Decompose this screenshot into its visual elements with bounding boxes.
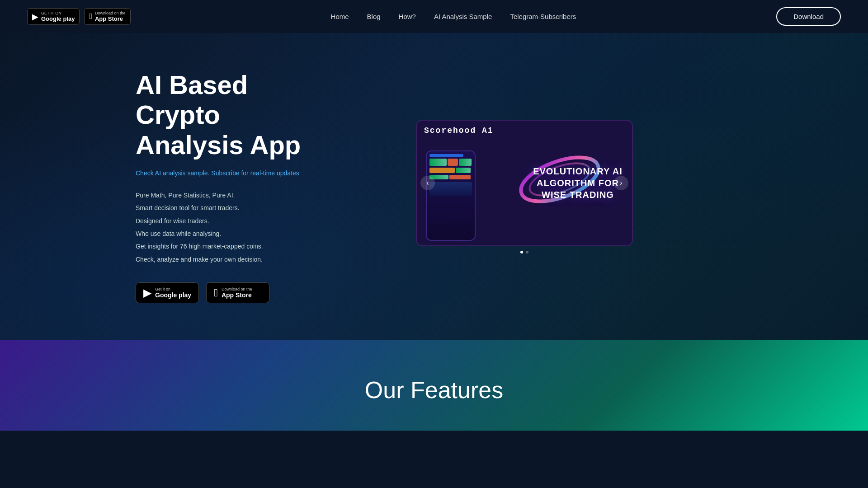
features-title: Our Features [27,376,841,404]
google-play-icon: ▶ [143,286,151,299]
features-section: Our Features [0,340,868,431]
nav-google-play-main: Google play [41,15,75,22]
phone-screen [427,151,475,240]
carousel-dot-1[interactable] [520,251,523,253]
hero-carousel: Scorehood Ai [416,120,633,253]
apple-icon:  [214,286,218,299]
nav-logo: ▶ GET IT ON Google play  Download on th… [27,8,131,25]
phone-mockup [426,150,476,241]
nav-home[interactable]: Home [331,13,349,20]
hero-title-line2: Crypto [136,100,220,129]
nav-ai-analysis[interactable]: AI Analysis Sample [434,13,492,20]
nav-app-store-badge[interactable]:  Download on the App Store [84,8,130,25]
nav-telegram[interactable]: Telegram-Subscribers [510,13,576,20]
hero-cta-link[interactable]: Check AI analysis sample. Subscribe for … [136,169,362,177]
feature-item: Smart decision tool for smart traders. [136,203,362,213]
hero-content: AI Based Crypto Analysis App Check AI an… [136,70,362,303]
google-play-icon: ▶ [32,12,38,22]
nav-app-store-top: Download on the [95,11,126,15]
feature-item: Get insights for 76 high market-capped c… [136,241,362,251]
carousel-next-button[interactable]: › [614,176,628,190]
hero-features-list: Pure Math, Pure Statistics, Pure AI. Sma… [136,190,362,264]
nav-links: Home Blog How? AI Analysis Sample Telegr… [331,13,576,21]
hero-appstore-main: App Store [222,291,252,299]
hero-google-main: Google play [155,291,191,299]
hero-download-badges: ▶ Get it on Google play  Download on th… [136,282,362,303]
feature-item: Check, analyze and make your own decisio… [136,254,362,264]
nav-google-play-badge[interactable]: ▶ GET IT ON Google play [27,8,80,25]
nav-how[interactable]: How? [399,13,416,20]
carousel-card: Scorehood Ai [416,120,633,246]
carousel-dot-2[interactable] [526,251,528,253]
nav-blog[interactable]: Blog [367,13,381,20]
feature-item: Pure Math, Pure Statistics, Pure AI. [136,190,362,200]
apple-icon:  [89,12,92,21]
download-button[interactable]: Download [776,7,841,26]
carousel-brand: Scorehood Ai [424,126,494,135]
hero-appstore-top: Download on the [222,287,252,291]
hero-title-line3: Analysis App [136,130,301,160]
carousel-slide-text: EVOLUTIONARY AI ALGORITHM FOR WISE TRADI… [533,165,623,201]
hero-google-top: Get it on [155,287,191,291]
nav-app-store-main: App Store [95,15,126,22]
navbar: ▶ GET IT ON Google play  Download on th… [0,0,868,33]
hero-google-play-badge[interactable]: ▶ Get it on Google play [136,282,199,303]
feature-item: Designed for wise traders. [136,216,362,226]
hero-section: AI Based Crypto Analysis App Check AI an… [0,33,868,340]
phone-bars [429,153,473,197]
feature-item: Who use data while analysing. [136,229,362,239]
hero-title-line1: AI Based [136,70,248,99]
carousel-dots [416,251,633,253]
nav-google-play-top: GET IT ON [41,11,75,15]
hero-app-store-badge[interactable]:  Download on the App Store [206,282,269,303]
carousel-prev-button[interactable]: ‹ [420,176,435,190]
hero-title: AI Based Crypto Analysis App [136,70,362,160]
